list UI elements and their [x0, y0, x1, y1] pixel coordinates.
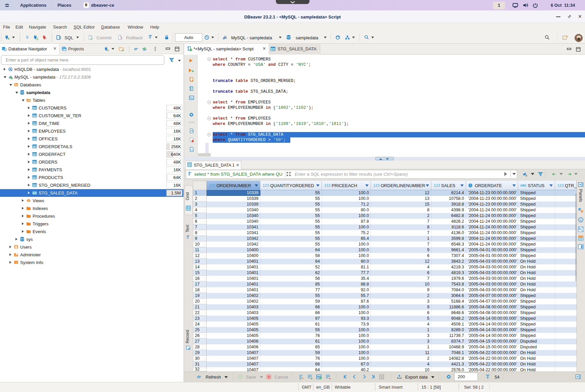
svg-text:(x): (x)	[191, 148, 193, 151]
